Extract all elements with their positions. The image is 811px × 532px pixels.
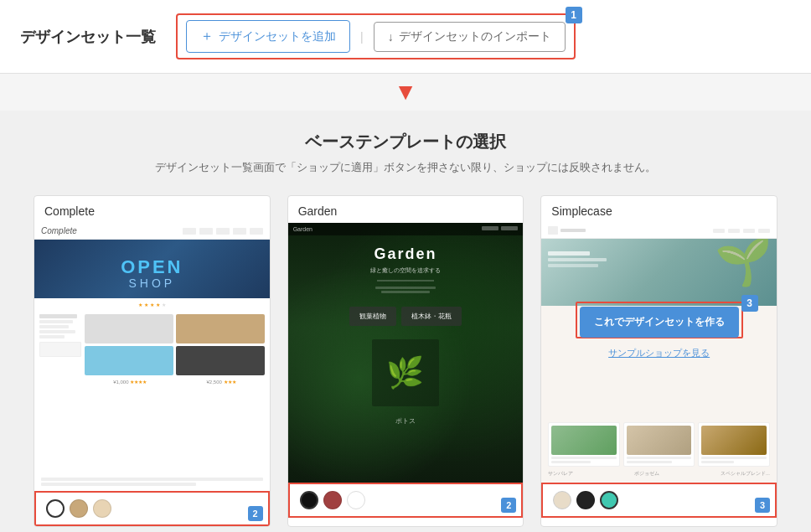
template-preview-simplecase: 🌱 これでデザインセットを作る 3 サンプルショップを見る bbox=[541, 223, 777, 483]
template-preview-garden: Garden Garden 緑と癒しの空間を追求する bbox=[288, 223, 524, 483]
template-card-complete[interactable]: Complete Complete OPEN SH bbox=[34, 195, 271, 527]
swatch-garden-2[interactable] bbox=[347, 491, 365, 509]
import-icon: ↓ bbox=[388, 30, 394, 44]
top-bar: デザインセット一覧 ＋ デザインセットを追加 | ↓ デザインセットのインポート… bbox=[0, 0, 811, 74]
garden-color-swatches bbox=[300, 491, 365, 509]
section-title: ベーステンプレートの選択 bbox=[34, 131, 777, 153]
template-card-garden[interactable]: Garden Garden Garden 緑と癒しの空間を追求する bbox=[287, 195, 524, 527]
swatch-complete-2[interactable] bbox=[93, 499, 111, 518]
arrow-down: ▼ bbox=[0, 80, 811, 104]
templates-grid: Complete Complete OPEN SH bbox=[34, 195, 777, 527]
swatch-badge-garden: 2 bbox=[501, 498, 516, 513]
swatch-complete-1[interactable] bbox=[70, 499, 88, 518]
add-design-set-button[interactable]: ＋ デザインセットを追加 bbox=[186, 20, 350, 53]
sample-shop-link[interactable]: サンプルショップを見る bbox=[608, 347, 710, 359]
swatch-simplecase-2[interactable] bbox=[600, 491, 618, 509]
swatch-badge-complete: 2 bbox=[248, 506, 263, 521]
import-btn-label: デザインセットのインポート bbox=[399, 29, 551, 44]
swatch-garden-0[interactable] bbox=[300, 491, 318, 509]
section-subtitle: デザインセット一覧画面で「ショップに適用」ボタンを押さない限り、ショップには反映… bbox=[34, 160, 777, 175]
template-card-simplecase[interactable]: Simplecase 🌱 bbox=[540, 195, 777, 527]
swatch-badge-simplecase: 3 bbox=[755, 498, 770, 513]
swatch-simplecase-1[interactable] bbox=[576, 491, 595, 509]
import-design-set-button[interactable]: ↓ デザインセットのインポート bbox=[374, 22, 566, 52]
header-badge-1: 1 bbox=[566, 7, 582, 23]
template-name-simplecase: Simplecase bbox=[541, 196, 777, 223]
page-title: デザインセット一覧 bbox=[20, 27, 156, 47]
swatch-simplecase-0[interactable] bbox=[553, 491, 571, 509]
add-btn-label: デザインセットを追加 bbox=[219, 29, 336, 44]
template-preview-complete: Complete OPEN SHOP bbox=[34, 223, 270, 491]
plus-icon: ＋ bbox=[200, 28, 214, 45]
template-selection-panel: ベーステンプレートの選択 デザインセット一覧画面で「ショップに適用」ボタンを押さ… bbox=[0, 111, 811, 532]
garden-menu-2[interactable]: 植木鉢・花瓶 bbox=[401, 307, 462, 326]
swatch-complete-0[interactable] bbox=[46, 499, 65, 518]
simplecase-color-swatches bbox=[553, 491, 618, 509]
create-design-set-button[interactable]: これでデザインセットを作る bbox=[580, 307, 739, 338]
create-badge: 3 bbox=[741, 295, 758, 312]
template-name-complete: Complete bbox=[34, 196, 270, 223]
swatch-garden-1[interactable] bbox=[323, 491, 342, 509]
complete-color-swatches bbox=[46, 499, 111, 518]
garden-menu-1[interactable]: 観葉植物 bbox=[349, 307, 396, 326]
template-name-garden: Garden bbox=[288, 196, 524, 223]
